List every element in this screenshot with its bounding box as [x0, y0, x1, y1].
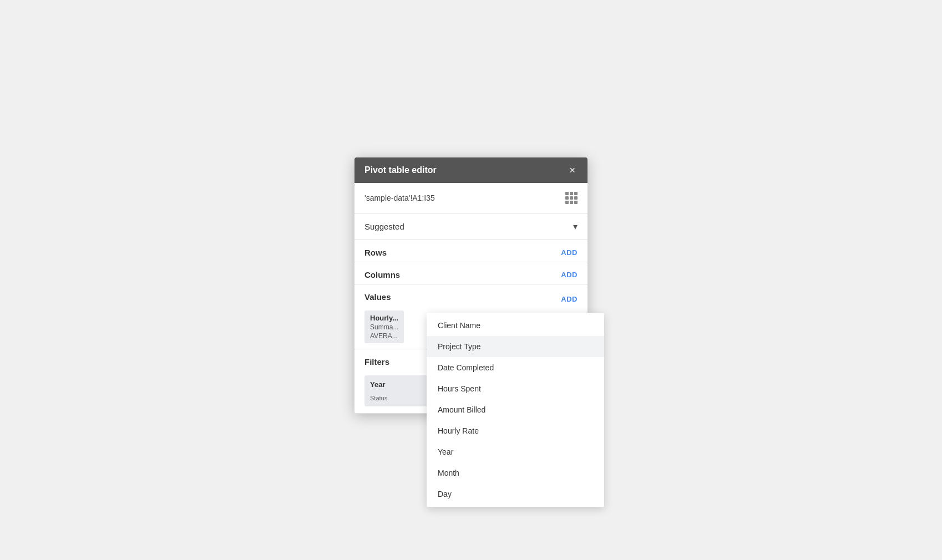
dropdown-item-date-completed[interactable]: Date Completed	[427, 357, 604, 378]
dropdown-menu: Client Name Project Type Date Completed …	[427, 313, 604, 507]
rows-label: Rows	[364, 248, 387, 257]
grid-cell-8	[570, 201, 573, 204]
suggested-label: Suggested	[364, 222, 404, 231]
filters-label: Filters	[364, 357, 389, 366]
grid-icon[interactable]	[565, 192, 578, 204]
modal-header: Pivot table editor ×	[354, 157, 588, 183]
grid-cell-6	[574, 196, 578, 200]
dropdown-item-hours-spent[interactable]: Hours Spent	[427, 378, 604, 399]
dropdown-item-amount-billed[interactable]: Amount Billed	[427, 399, 604, 420]
dropdown-item-year[interactable]: Year	[427, 441, 604, 462]
values-label: Values	[364, 292, 391, 302]
dropdown-item-month[interactable]: Month	[427, 462, 604, 483]
rows-add-button[interactable]: ADD	[561, 248, 578, 257]
columns-label: Columns	[364, 270, 400, 279]
filter-status-label: Status	[370, 395, 387, 401]
grid-cell-7	[565, 201, 569, 204]
value-chip-title: Hourly...	[370, 314, 398, 322]
data-range-row: 'sample-data'!A1:I35	[354, 183, 588, 213]
rows-section: Rows ADD	[354, 240, 588, 262]
data-range-text: 'sample-data'!A1:I35	[364, 194, 435, 202]
pivot-table-editor-modal: Pivot table editor × 'sample-data'!A1:I3…	[354, 157, 588, 414]
grid-cell-3	[574, 192, 578, 195]
columns-add-button[interactable]: ADD	[561, 271, 578, 279]
grid-cell-5	[570, 196, 573, 200]
modal-title: Pivot table editor	[364, 165, 437, 175]
dropdown-item-project-type[interactable]: Project Type	[427, 336, 604, 357]
grid-cell-4	[565, 196, 569, 200]
grid-cell-2	[570, 192, 573, 195]
columns-section: Columns ADD	[354, 262, 588, 284]
grid-cell-1	[565, 192, 569, 195]
suggested-row[interactable]: Suggested ▾	[354, 213, 588, 240]
value-chip: Hourly... Summa... AVERA...	[364, 310, 404, 343]
dropdown-item-hourly-rate[interactable]: Hourly Rate	[427, 420, 604, 441]
value-chip-summary-label: Summa...	[370, 323, 398, 331]
chevron-down-icon: ▾	[573, 221, 578, 232]
modal-close-button[interactable]: ×	[567, 165, 578, 175]
dropdown-container: Client Name Project Type Date Completed …	[427, 313, 604, 507]
value-chip-summary-value: AVERA...	[370, 332, 398, 340]
values-add-button[interactable]: ADD	[561, 295, 578, 303]
dropdown-item-day[interactable]: Day	[427, 483, 604, 505]
grid-cell-9	[574, 201, 578, 204]
filter-chip-title: Year	[370, 380, 385, 389]
dropdown-item-client-name[interactable]: Client Name	[427, 315, 604, 336]
